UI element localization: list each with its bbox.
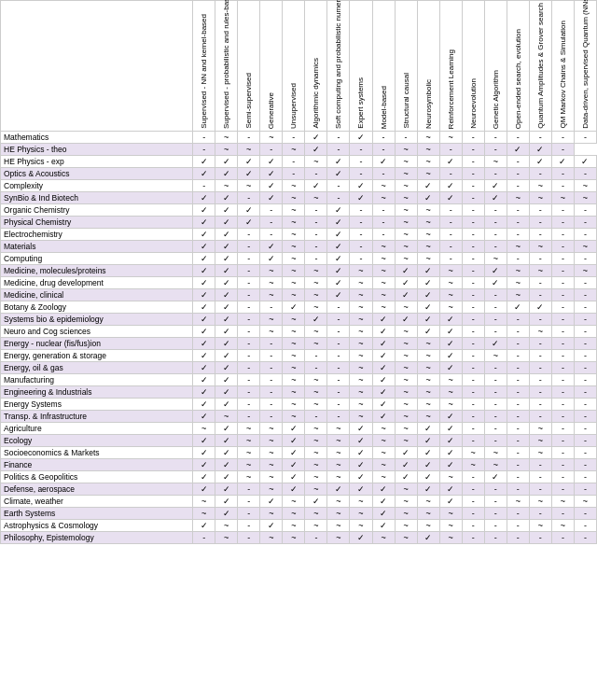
- cell-29-7: ✓: [350, 483, 372, 496]
- cell-0-0: -: [193, 132, 215, 144]
- cell-7-17: -: [574, 217, 596, 229]
- cell-15-16: -: [551, 314, 574, 326]
- cell-12-1: ✓: [215, 277, 238, 289]
- cell-19-16: -: [551, 362, 574, 374]
- cell-12-3: ~: [260, 277, 283, 289]
- cell-9-12: -: [462, 241, 484, 253]
- col-header-16: QM Markov Chains & Simulation: [551, 1, 574, 132]
- cell-9-0: ✓: [193, 241, 215, 253]
- cell-29-2: -: [238, 483, 260, 496]
- cell-15-8: ✓: [372, 314, 395, 326]
- cell-28-2: ~: [238, 471, 260, 483]
- cell-8-7: -: [350, 229, 372, 241]
- cell-22-5: ~: [305, 399, 327, 411]
- cell-12-2: -: [238, 277, 260, 289]
- cell-11-5: ~: [305, 265, 327, 277]
- cell-12-13: ✓: [484, 277, 507, 289]
- row-label-24: Agriculture: [1, 423, 193, 435]
- cell-2-15: ✓: [529, 156, 551, 168]
- cell-26-11: ✓: [439, 447, 462, 459]
- cell-30-0: ~: [193, 496, 215, 508]
- cell-17-0: ✓: [193, 338, 215, 350]
- cell-7-13: -: [484, 217, 507, 229]
- cell-16-8: ✓: [372, 326, 395, 338]
- cell-32-7: ~: [350, 520, 372, 532]
- cell-3-7: -: [350, 168, 372, 180]
- cell-29-10: ✓: [417, 483, 439, 496]
- cell-16-7: ~: [350, 326, 372, 338]
- cell-29-0: ✓: [193, 483, 215, 496]
- cell-20-4: ~: [283, 374, 305, 386]
- cell-12-8: ~: [372, 277, 395, 289]
- cell-11-3: ~: [260, 265, 283, 277]
- cell-19-3: -: [260, 362, 283, 374]
- cell-3-13: -: [484, 168, 507, 180]
- cell-19-13: -: [484, 362, 507, 374]
- cell-20-12: -: [462, 374, 484, 386]
- cell-13-17: -: [574, 289, 596, 301]
- cell-16-16: -: [551, 326, 574, 338]
- cell-3-10: ~: [417, 168, 439, 180]
- cell-12-10: ✓: [417, 277, 439, 289]
- cell-22-3: -: [260, 399, 283, 411]
- cell-10-15: -: [529, 253, 551, 265]
- cell-25-12: -: [462, 435, 484, 447]
- cell-22-4: ~: [283, 399, 305, 411]
- cell-15-1: ✓: [215, 314, 238, 326]
- table-row: HE Physics - exp✓✓✓✓-~✓-✓~~✓-~-✓✓✓: [1, 156, 597, 168]
- cell-15-9: ✓: [395, 314, 417, 326]
- cell-7-8: -: [372, 217, 395, 229]
- cell-16-6: -: [327, 326, 350, 338]
- cell-25-7: ✓: [350, 435, 372, 447]
- cell-33-0: -: [193, 532, 215, 544]
- cell-25-15: ~: [529, 435, 551, 447]
- cell-9-16: -: [551, 241, 574, 253]
- cell-4-14: -: [507, 180, 529, 192]
- cell-21-7: ~: [350, 386, 372, 399]
- cell-20-14: -: [507, 374, 529, 386]
- row-label-4: Complexity: [1, 180, 193, 192]
- cell-25-16: -: [551, 435, 574, 447]
- cell-28-17: -: [574, 471, 596, 483]
- cell-32-16: ~: [551, 520, 574, 532]
- cell-1-3: -: [260, 144, 283, 156]
- cell-8-16: -: [551, 229, 574, 241]
- cell-12-4: ~: [283, 277, 305, 289]
- cell-11-17: ~: [574, 265, 596, 277]
- cell-16-5: ~: [305, 326, 327, 338]
- cell-25-5: ~: [305, 435, 327, 447]
- cell-6-13: -: [484, 204, 507, 217]
- cell-22-7: ~: [350, 399, 372, 411]
- cell-6-11: -: [439, 204, 462, 217]
- cell-21-13: -: [484, 386, 507, 399]
- cell-12-16: -: [551, 277, 574, 289]
- cell-9-4: ~: [283, 241, 305, 253]
- cell-18-15: -: [529, 350, 551, 362]
- cell-4-7: ✓: [350, 180, 372, 192]
- cell-2-16: ✓: [551, 156, 574, 168]
- cell-10-9: ~: [395, 253, 417, 265]
- cell-2-11: ✓: [439, 156, 462, 168]
- cell-13-7: ~: [350, 289, 372, 301]
- row-label-1: HE Physics - theo: [1, 144, 193, 156]
- cell-24-7: ✓: [350, 423, 372, 435]
- cell-22-17: -: [574, 399, 596, 411]
- cell-28-9: ✓: [395, 471, 417, 483]
- cell-17-12: -: [462, 338, 484, 350]
- cell-0-3: ~: [260, 132, 283, 144]
- cell-33-10: ✓: [417, 532, 439, 544]
- cell-13-6: ✓: [327, 289, 350, 301]
- cell-32-10: ~: [417, 520, 439, 532]
- cell-10-5: -: [305, 253, 327, 265]
- cell-24-2: ~: [238, 423, 260, 435]
- table-row: Botany & Zoology✓✓--✓~-~~~✓~--✓✓--: [1, 301, 597, 314]
- cell-13-9: ✓: [395, 289, 417, 301]
- cell-18-3: -: [260, 350, 283, 362]
- cell-8-0: ✓: [193, 229, 215, 241]
- cell-16-0: ✓: [193, 326, 215, 338]
- cell-2-1: ✓: [215, 156, 238, 168]
- cell-2-6: ✓: [327, 156, 350, 168]
- cell-28-10: ✓: [417, 471, 439, 483]
- cell-7-11: -: [439, 217, 462, 229]
- cell-10-13: ~: [484, 253, 507, 265]
